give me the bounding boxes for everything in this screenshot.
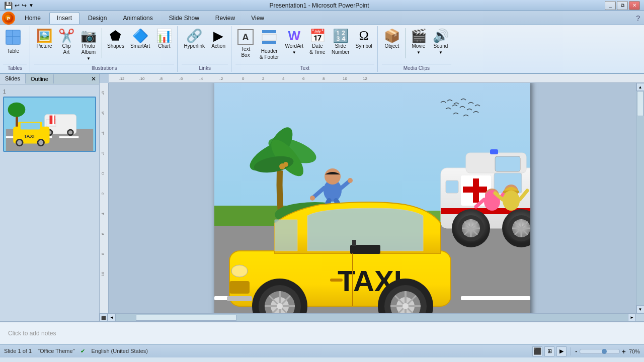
hyperlink-label: Hyperlink [184, 43, 205, 49]
hscroll-right-button[interactable]: ► [628, 314, 636, 322]
wordart-icon: W [288, 29, 300, 42]
svg-text:8: 8 [101, 252, 105, 255]
action-button[interactable]: ▶ Action [209, 28, 228, 50]
svg-rect-114 [352, 240, 356, 246]
slide[interactable]: TAXI [214, 83, 530, 313]
textbox-button[interactable]: A TextBox [235, 28, 256, 59]
redo-icon[interactable]: ↪ [22, 2, 27, 9]
sound-label: Sound [433, 43, 448, 49]
svg-rect-27 [21, 123, 40, 129]
close-button[interactable]: ✕ [629, 1, 640, 10]
hyperlink-button[interactable]: 🔗 Hyperlink [182, 28, 207, 50]
restore-button[interactable]: ⧉ [617, 1, 628, 10]
chart-icon: 📊 [156, 29, 172, 42]
table-button[interactable]: Table [3, 28, 23, 55]
tab-view[interactable]: View [244, 12, 272, 24]
panel-close-button[interactable]: ✕ [88, 75, 99, 82]
slide-view-normal[interactable]: ⬛ [100, 314, 108, 321]
group-links-label: Links [182, 64, 228, 72]
zoom-in-button[interactable]: + [622, 347, 626, 355]
notes-area[interactable]: Click to add notes [0, 321, 644, 344]
shapes-label: Shapes [107, 43, 124, 49]
slide-canvas[interactable]: TAXI [109, 83, 636, 313]
svg-text:6: 6 [302, 76, 305, 81]
panel-tab-outline[interactable]: Outline [26, 74, 54, 83]
slidenumber-button[interactable]: 🔢 SlideNumber [330, 28, 352, 56]
object-button[interactable]: 📦 Object [382, 28, 402, 50]
tab-animations[interactable]: Animations [115, 12, 160, 24]
tab-review[interactable]: Review [208, 12, 243, 24]
ruler-horizontal: -12 -10 -8 -6 -4 -2 0 2 4 6 8 10 12 [109, 74, 644, 83]
normal-view-button[interactable]: ⬛ [532, 346, 542, 356]
tab-insert[interactable]: Insert [49, 12, 79, 24]
save-icon[interactable]: 💾 [4, 2, 13, 10]
group-tables: Table Tables [0, 26, 30, 72]
slide-thumbnail[interactable]: TAXI [3, 97, 96, 152]
svg-text:-12: -12 [119, 76, 125, 81]
canvas-area: -12 -10 -8 -6 -4 -2 0 2 4 6 8 10 12 [100, 74, 644, 321]
zoom-slider[interactable] [580, 349, 620, 354]
help-icon[interactable]: ? [632, 14, 644, 22]
clipart-button[interactable]: ✂️ ClipArt [56, 28, 76, 56]
svg-text:4: 4 [101, 212, 105, 215]
sound-button[interactable]: 🔊 Sound ▼ [431, 28, 451, 56]
svg-rect-89 [495, 156, 520, 171]
vertical-scrollbar[interactable]: ▲ ▼ [636, 83, 644, 313]
datetime-label: Date& Time [309, 43, 325, 55]
svg-rect-14 [59, 136, 79, 138]
symbol-button[interactable]: Ω Symbol [354, 28, 374, 50]
svg-text:0: 0 [242, 76, 245, 81]
slide-count: Slide 1 of 1 [4, 348, 32, 354]
symbol-label: Symbol [356, 43, 372, 49]
svg-text:6: 6 [101, 232, 105, 235]
scroll-up-button[interactable]: ▲ [636, 83, 645, 91]
svg-rect-3 [6, 30, 13, 37]
group-mediaclips-label: Media Clips [382, 64, 451, 72]
svg-rect-67 [461, 296, 530, 300]
slideshow-button[interactable]: ▶ [556, 346, 567, 356]
office-button[interactable]: P [2, 12, 15, 25]
minimize-button[interactable]: _ [605, 1, 616, 10]
window-title: Presentation1 - Microsoft PowerPoint [34, 2, 605, 9]
group-tables-label: Tables [3, 64, 27, 72]
chart-button[interactable]: 📊 Chart [154, 28, 174, 50]
movie-button[interactable]: 🎬 Movie ▼ [409, 28, 429, 56]
svg-text:-8: -8 [159, 76, 163, 81]
smartart-button[interactable]: 🔷 SmartArt [128, 28, 152, 50]
scroll-down-button[interactable]: ▼ [636, 305, 645, 313]
zoom-out-button[interactable]: - [575, 347, 578, 355]
zoom-level[interactable]: 70% [629, 348, 640, 354]
photoalbum-button[interactable]: 📷 PhotoAlbum ▼ [78, 28, 99, 62]
datetime-button[interactable]: 📅 Date& Time [307, 28, 328, 56]
tab-design[interactable]: Design [80, 12, 114, 24]
panel-tab-slides[interactable]: Slides [0, 74, 26, 84]
svg-rect-117 [330, 279, 343, 282]
slide-panel: Slides Outline ✕ 1 [0, 74, 100, 321]
tab-slideshow[interactable]: Slide Show [162, 12, 207, 24]
hscroll-left-button[interactable]: ◄ [108, 314, 116, 322]
svg-text:-4: -4 [101, 131, 105, 135]
picture-label: Picture [36, 43, 52, 49]
language-label: English (United States) [91, 348, 148, 354]
object-icon: 📦 [384, 29, 400, 42]
svg-text:-6: -6 [179, 76, 183, 81]
shapes-button[interactable]: ⬟ Shapes [105, 28, 126, 50]
headerfooter-button[interactable]: Header& Footer [258, 28, 281, 61]
svg-text:10: 10 [343, 76, 347, 81]
clipart-label: ClipArt [62, 43, 70, 55]
statusbar: Slide 1 of 1 "Office Theme" ✔ English (U… [0, 344, 644, 357]
svg-rect-136 [229, 281, 250, 294]
group-text: A TextBox Header& Footer W WordArt ▼ [232, 26, 378, 72]
wordart-button[interactable]: W WordArt ▼ [283, 28, 305, 56]
slidesorter-button[interactable]: ⊞ [544, 346, 554, 356]
svg-point-111 [503, 191, 520, 211]
svg-point-137 [231, 265, 248, 277]
svg-rect-138 [227, 296, 252, 301]
svg-point-79 [310, 196, 315, 201]
picture-button[interactable]: 🖼️ Picture [34, 28, 54, 50]
tab-home[interactable]: Home [17, 12, 48, 24]
dropdown-qat-icon[interactable]: ▼ [29, 3, 34, 8]
svg-point-135 [403, 303, 409, 309]
movie-icon: 🎬 [411, 29, 427, 42]
undo-icon[interactable]: ↩ [15, 2, 20, 9]
